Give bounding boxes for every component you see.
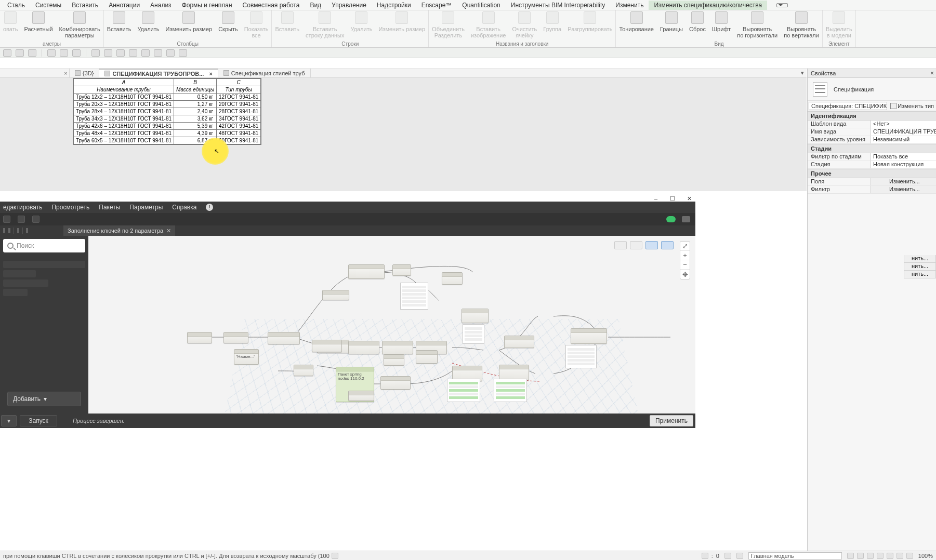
table-row[interactable]: Труба 20x3 – 12Х18Н10Т ГОСТ 9941-811,27 …: [74, 101, 261, 108]
graph-node[interactable]: [384, 354, 404, 366]
search-input[interactable]: Поиск: [3, 239, 85, 252]
status-icon[interactable]: [897, 553, 903, 559]
prop-row[interactable]: ФильтрИзменить...: [808, 186, 936, 194]
menu-item[interactable]: Вставить: [67, 1, 103, 10]
properties-type-selector[interactable]: Спецификация: СПЕЦИФИКАЦИЯ Т▾ Изменить т…: [808, 101, 936, 111]
watch-node[interactable]: [400, 283, 428, 310]
menu-item[interactable]: Пакеты: [99, 204, 120, 211]
edit-type-button[interactable]: Изменить тип: [888, 103, 936, 109]
watch-node[interactable]: [565, 345, 597, 368]
graph-node[interactable]: [348, 264, 385, 279]
ribbon-btn[interactable]: Скрыть: [215, 10, 241, 32]
graph-node[interactable]: [382, 341, 413, 354]
layout-icon[interactable]: [3, 228, 5, 233]
ribbon-btn[interactable]: Удалить: [134, 10, 162, 32]
minimize-icon[interactable]: –: [653, 195, 659, 202]
graph-node[interactable]: [380, 376, 411, 390]
status-icon[interactable]: [877, 553, 884, 559]
col-header[interactable]: Наименование трубы: [74, 86, 174, 94]
menu-overflow-icon[interactable]: [776, 3, 788, 7]
menu-item[interactable]: Формы и генплан: [177, 1, 238, 10]
layout-icon[interactable]: [8, 228, 10, 233]
fit-icon[interactable]: ⤢: [680, 242, 690, 251]
ribbon-btn[interactable]: Тонирование: [616, 10, 657, 32]
col-header[interactable]: Тип трубы: [217, 86, 261, 94]
menu-item[interactable]: Просмотреть: [51, 204, 89, 211]
table-row[interactable]: Труба 12x2 – 12Х18Н10Т ГОСТ 9941-810,50 …: [74, 94, 261, 101]
graph-node[interactable]: [268, 332, 300, 344]
status-icon[interactable]: [867, 553, 874, 559]
opt-icon[interactable]: [91, 49, 100, 57]
dynamo-menu[interactable]: едактировать Просмотреть Пакеты Параметр…: [0, 202, 695, 213]
menu-item[interactable]: едактировать: [3, 204, 42, 211]
graph-node[interactable]: [187, 332, 212, 343]
layout-icon[interactable]: [26, 228, 28, 233]
ribbon-btn[interactable]: Границы: [657, 10, 686, 32]
menu-item[interactable]: Enscape™: [416, 1, 457, 10]
graph-node[interactable]: [223, 332, 248, 343]
status-icon[interactable]: [857, 553, 864, 559]
graph-node[interactable]: [348, 391, 374, 401]
dynamo-script-tab[interactable]: Заполнение ключей по 2 параметра ✕: [63, 225, 175, 236]
status-icon[interactable]: [887, 553, 893, 559]
menu-item[interactable]: Quantification: [457, 1, 505, 10]
workset-combo[interactable]: Главная модель: [748, 552, 842, 559]
prop-group[interactable]: Прочее: [808, 169, 936, 178]
table-row[interactable]: Труба 42x6 – 12Х18Н10Т ГОСТ 9941-815,39 …: [74, 123, 261, 130]
opt-icon[interactable]: [47, 49, 56, 57]
graph-node[interactable]: [312, 340, 342, 352]
col-letter[interactable]: C: [217, 79, 261, 86]
menu-item[interactable]: Управление: [326, 1, 372, 10]
col-letter[interactable]: B: [174, 79, 217, 86]
dynamo-graph-canvas[interactable]: "Наиме..." Пакет springnodes 110.0.2: [88, 236, 695, 414]
graph-node[interactable]: [499, 365, 529, 380]
run-mode-dropdown[interactable]: ▾: [1, 415, 17, 426]
opt-icon[interactable]: [72, 49, 81, 57]
opt-icon[interactable]: [28, 49, 36, 57]
prop-row[interactable]: ПоляИзменить...: [808, 178, 936, 186]
graph-view-icon[interactable]: [614, 241, 627, 249]
ribbon-btn[interactable]: Изменить размер: [162, 10, 215, 32]
status-icon[interactable]: [702, 553, 708, 559]
graph-node[interactable]: "Наиме...": [234, 349, 259, 365]
ribbon-btn[interactable]: Сброс: [686, 10, 709, 32]
warning-icon[interactable]: !: [206, 204, 213, 211]
ribbon-btn[interactable]: Шрифт: [709, 10, 734, 32]
cloud-icon[interactable]: [666, 216, 676, 222]
zoom-in-icon[interactable]: +: [680, 251, 690, 260]
save-icon[interactable]: [3, 216, 10, 223]
ribbon-btn[interactable]: Показать все: [241, 10, 272, 38]
col-letter[interactable]: A: [74, 79, 174, 86]
opt-icon[interactable]: [16, 49, 24, 57]
prop-row[interactable]: Имя видаСПЕЦИФИКАЦИЯ ТРУБО...: [808, 128, 936, 136]
graph-node[interactable]: [442, 272, 463, 285]
prop-row[interactable]: Фильтр по стадиямПоказать все: [808, 153, 936, 161]
table-row[interactable]: Труба 60x5 – 12Х18Н10Т ГОСТ 9941-816,87 …: [74, 137, 261, 144]
table-row[interactable]: Труба 34x3 – 12Х18Н10Т ГОСТ 9941-813,62 …: [74, 115, 261, 123]
close-icon[interactable]: ×: [209, 71, 212, 77]
menu-item[interactable]: Сталь: [2, 1, 30, 10]
view-tab-styles[interactable]: Спецификация стилей труб: [218, 69, 311, 77]
layout-icon[interactable]: [17, 228, 19, 233]
close-icon[interactable]: ×: [930, 70, 934, 77]
schedule-table[interactable]: A B C Наименование трубы Масса единицы Т…: [73, 78, 261, 145]
status-icon[interactable]: [724, 553, 731, 559]
ribbon-btn[interactable]: Комбинировать параметры: [56, 10, 103, 38]
graph-node[interactable]: [462, 309, 489, 323]
ribbon-btn[interactable]: Выровнять по вертикали: [781, 10, 822, 38]
menu-item[interactable]: Инструменты BIM Interoperability: [506, 1, 611, 10]
apply-button[interactable]: Применить: [650, 415, 693, 426]
ribbon-btn[interactable]: Выровнять по горизонтали: [734, 10, 781, 38]
menu-item[interactable]: Совместная работа: [238, 1, 305, 10]
undo-icon[interactable]: [18, 216, 25, 223]
menu-item[interactable]: Надстройки: [372, 1, 416, 10]
prop-row[interactable]: Зависимость уровняНезависимый: [808, 136, 936, 144]
opt-icon[interactable]: [129, 49, 137, 57]
table-row[interactable]: Труба 28x4 – 12Х18Н10Т ГОСТ 9941-812,40 …: [74, 108, 261, 115]
status-icon[interactable]: [906, 553, 913, 559]
watch-node[interactable]: [494, 379, 527, 402]
status-icon[interactable]: [736, 553, 743, 559]
ribbon-btn[interactable]: Вставить: [104, 10, 135, 32]
combined-view-icon[interactable]: [645, 241, 658, 249]
watch-node[interactable]: [463, 324, 484, 344]
